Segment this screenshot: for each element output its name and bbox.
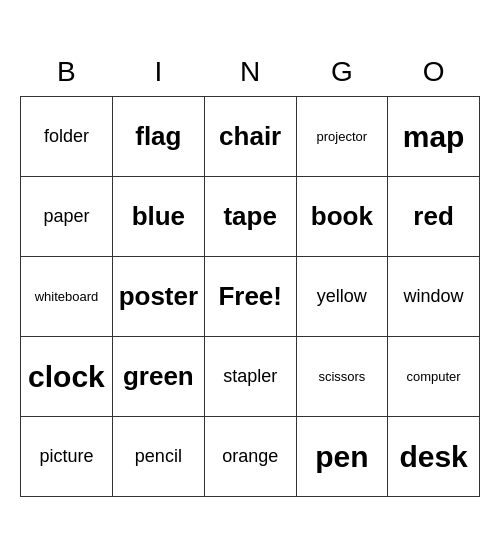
bingo-cell-1-4[interactable]: red [388,177,480,257]
bingo-card: BINGO folderflagchairprojectormappaperbl… [20,47,480,498]
bingo-cell-0-2[interactable]: chair [204,97,296,177]
header-letter-n: N [204,47,296,97]
bingo-cell-4-1[interactable]: pencil [112,417,204,497]
bingo-cell-2-2[interactable]: Free! [204,257,296,337]
bingo-cell-2-0[interactable]: whiteboard [21,257,113,337]
bingo-cell-0-0[interactable]: folder [21,97,113,177]
header-row: BINGO [21,47,480,97]
bingo-cell-1-2[interactable]: tape [204,177,296,257]
bingo-cell-1-1[interactable]: blue [112,177,204,257]
bingo-cell-4-3[interactable]: pen [296,417,388,497]
bingo-cell-0-4[interactable]: map [388,97,480,177]
header-letter-o: O [388,47,480,97]
bingo-cell-1-3[interactable]: book [296,177,388,257]
bingo-cell-1-0[interactable]: paper [21,177,113,257]
bingo-row-4: picturepencilorangependesk [21,417,480,497]
bingo-cell-3-1[interactable]: green [112,337,204,417]
bingo-cell-4-2[interactable]: orange [204,417,296,497]
bingo-cell-3-4[interactable]: computer [388,337,480,417]
bingo-cell-2-4[interactable]: window [388,257,480,337]
bingo-row-3: clockgreenstaplerscissorscomputer [21,337,480,417]
bingo-row-1: paperbluetapebookred [21,177,480,257]
bingo-cell-2-3[interactable]: yellow [296,257,388,337]
bingo-row-2: whiteboardposterFree!yellowwindow [21,257,480,337]
header-letter-g: G [296,47,388,97]
bingo-cell-3-0[interactable]: clock [21,337,113,417]
bingo-cell-4-4[interactable]: desk [388,417,480,497]
bingo-cell-0-3[interactable]: projector [296,97,388,177]
bingo-cell-0-1[interactable]: flag [112,97,204,177]
header-letter-b: B [21,47,113,97]
bingo-row-0: folderflagchairprojectormap [21,97,480,177]
bingo-cell-3-2[interactable]: stapler [204,337,296,417]
bingo-cell-3-3[interactable]: scissors [296,337,388,417]
bingo-cell-2-1[interactable]: poster [112,257,204,337]
bingo-cell-4-0[interactable]: picture [21,417,113,497]
header-letter-i: I [112,47,204,97]
